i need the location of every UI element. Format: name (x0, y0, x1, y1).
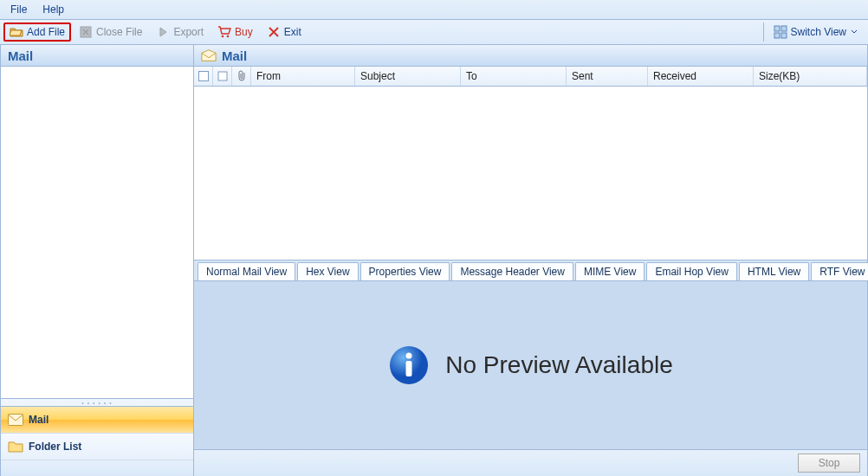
menubar: File Help (0, 0, 868, 20)
preview-tabs: Normal Mail View Hex View Properties Vie… (194, 261, 867, 281)
category-folder-list[interactable]: Folder List (1, 434, 193, 460)
splitter-gripper[interactable]: • • • • • • (1, 399, 193, 407)
stop-button: Stop (798, 453, 860, 473)
buy-label: Buy (235, 26, 253, 38)
svg-rect-9 (218, 72, 227, 80)
play-icon (156, 25, 170, 39)
close-file-button: Close File (73, 23, 148, 42)
svg-rect-7 (9, 415, 23, 426)
chevron-down-icon (850, 25, 858, 39)
tab-message-header-view[interactable]: Message Header View (451, 262, 573, 280)
message-list-body[interactable] (194, 87, 867, 260)
svg-rect-4 (781, 26, 787, 31)
right-panel-header: Mail (194, 45, 867, 67)
add-file-button[interactable]: Add File (3, 23, 71, 42)
svg-rect-8 (198, 72, 208, 81)
switch-view-button[interactable]: Switch View (768, 23, 865, 42)
right-panel-title: Mail (222, 48, 247, 63)
tab-rtf-view[interactable]: RTF View (811, 262, 868, 280)
folder-tree[interactable] (1, 67, 193, 399)
exit-label: Exit (284, 26, 301, 38)
buy-button[interactable]: Buy (211, 23, 259, 42)
col-sent[interactable]: Sent (567, 67, 648, 86)
switch-view-label: Switch View (791, 26, 846, 38)
category-mail[interactable]: Mail (1, 407, 193, 434)
close-file-label: Close File (96, 26, 142, 38)
left-bottom-bar (1, 460, 193, 476)
col-subject[interactable]: Subject (355, 67, 461, 86)
tab-html-view[interactable]: HTML View (739, 262, 809, 280)
message-list-header: From Subject To Sent Received Size(KB) (194, 67, 867, 87)
folder-open-icon (10, 25, 23, 39)
preview-message: No Preview Available (445, 351, 673, 379)
right-panel: Mail From Subject To Sent R (194, 45, 868, 476)
export-button: Export (150, 23, 210, 42)
svg-rect-12 (406, 361, 412, 376)
exit-button[interactable]: Exit (261, 23, 308, 42)
toolbar: Add File Close File Export Buy Exit (0, 20, 868, 45)
preview-body: No Preview Available (194, 281, 867, 449)
left-panel: Mail • • • • • • Mail Folder List (0, 45, 194, 476)
svg-point-2 (227, 35, 230, 38)
close-icon (267, 25, 281, 39)
tab-hex-view[interactable]: Hex View (297, 262, 358, 280)
paperclip-icon (236, 70, 247, 82)
tab-properties-view[interactable]: Properties View (360, 262, 450, 280)
envelope-open-icon (201, 48, 217, 63)
col-received[interactable]: Received (648, 67, 754, 86)
menu-file[interactable]: File (3, 2, 34, 17)
folder-icon (8, 439, 23, 454)
col-size[interactable]: Size(KB) (754, 67, 867, 86)
col-flag[interactable] (213, 67, 232, 86)
export-label: Export (173, 26, 204, 38)
preview-pane: Normal Mail View Hex View Properties Vie… (194, 260, 867, 449)
app-window: File Help Add File Close File Export (0, 0, 868, 476)
left-panel-title: Mail (1, 45, 193, 67)
menu-help[interactable]: Help (36, 2, 71, 17)
col-to[interactable]: To (461, 67, 567, 86)
info-icon (388, 344, 430, 386)
col-from[interactable]: From (251, 67, 355, 86)
tab-email-hop-view[interactable]: Email Hop View (646, 262, 736, 280)
tab-mime-view[interactable]: MIME View (575, 262, 645, 280)
cart-icon (217, 25, 231, 39)
status-bar: Stop (194, 449, 867, 476)
tab-normal-mail-view[interactable]: Normal Mail View (198, 262, 295, 280)
col-attachment[interactable] (232, 67, 251, 86)
category-folder-list-label: Folder List (29, 441, 81, 453)
add-file-label: Add File (27, 26, 65, 38)
col-checkbox[interactable] (194, 67, 213, 86)
svg-point-1 (222, 35, 224, 38)
grid-icon (774, 25, 787, 39)
category-mail-label: Mail (29, 414, 49, 426)
svg-point-11 (406, 353, 412, 359)
svg-rect-3 (774, 26, 780, 31)
svg-rect-6 (781, 33, 787, 38)
envelope-icon (8, 412, 23, 428)
main-area: Mail • • • • • • Mail Folder List (0, 45, 868, 476)
svg-rect-5 (774, 33, 780, 38)
close-file-icon (79, 25, 93, 39)
